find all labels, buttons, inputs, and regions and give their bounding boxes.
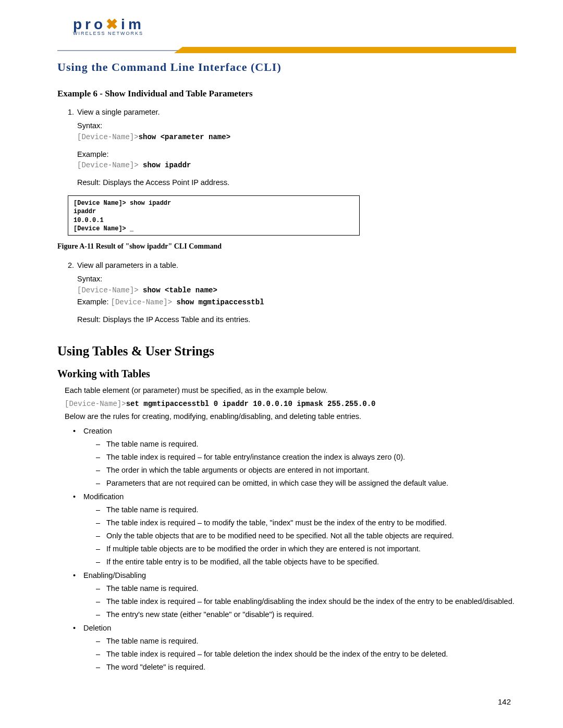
rule-item: The table index is required – for table … [96, 452, 516, 463]
cli-output-box: [Device Name]> show ipaddr ipaddr 10.0.0… [68, 195, 360, 236]
header: pro✖im WIRELESS NETWORKS [57, 16, 516, 47]
item-text: View a single parameter. [77, 106, 160, 118]
rule-item: The table index is required – for table … [96, 596, 516, 607]
paragraph: Each table element (or parameter) must b… [65, 385, 516, 397]
rule-group-title: Deletion [83, 624, 111, 632]
section-heading: Using Tables & User Strings [57, 344, 516, 359]
rule-item: The table index is required – to modify … [96, 517, 516, 528]
rule-group: CreationThe table name is required.The t… [73, 426, 516, 489]
logo: pro✖im WIRELESS NETWORKS [73, 16, 144, 36]
rule-group-title: Enabling/Disabling [83, 571, 146, 579]
item-number: 1. [68, 106, 77, 118]
rule-item: The word "delete" is required. [96, 662, 516, 673]
cli-command: set mgmtipaccesstbl 0 ipaddr 10.0.0.10 i… [126, 400, 376, 408]
page-number: 142 [498, 697, 511, 706]
cli-prompt: [Device-Name]> [111, 298, 176, 306]
example-label: Example: [77, 298, 108, 306]
syntax-label: Syntax: [77, 120, 516, 131]
rule-item: Only the table objects that are to be mo… [96, 530, 516, 541]
item-number: 2. [68, 260, 77, 271]
cli-prompt: [Device-Name]> [77, 161, 143, 169]
cli-command: show <parameter name> [139, 133, 230, 141]
rule-items: The table name is required.The table ind… [96, 636, 516, 673]
cli-command: show ipaddr [143, 161, 191, 169]
rule-item: Parameters that are not required can be … [96, 478, 516, 489]
rule-item: If multiple table objects are to be modi… [96, 544, 516, 554]
rules-list: CreationThe table name is required.The t… [73, 426, 516, 673]
logo-subtitle: WIRELESS NETWORKS [73, 31, 143, 36]
syntax-label: Syntax: [77, 273, 516, 285]
cli-command: show <table name> [143, 286, 217, 294]
logo-x-icon: ✖ [106, 16, 121, 32]
cli-prompt: [Device-Name]> [77, 133, 139, 141]
cli-prompt: [Device-Name]> [65, 400, 126, 408]
header-rule [57, 47, 516, 54]
list-item: 2. View all parameters in a table. [68, 260, 516, 271]
chapter-title: Using the Command Line Interface (CLI) [57, 60, 516, 74]
rule-item: The entry's new state (either "enable" o… [96, 609, 516, 620]
result-text: Result: Displays the IP Access Table and… [77, 314, 516, 325]
rule-item: The table name is required. [96, 636, 516, 647]
cli-line: [Device Name]> _ [74, 225, 354, 233]
subsection-heading: Working with Tables [57, 368, 516, 380]
rule-items: The table name is required.The table ind… [96, 439, 516, 489]
rule-group: ModificationThe table name is required.T… [73, 491, 516, 567]
cli-line: ipaddr [74, 207, 354, 216]
cli-command: show mgmtipaccesstbl [177, 298, 264, 306]
cli-line: [Device Name]> show ipaddr [74, 199, 354, 207]
rule-item: If the entire table entry is to be modif… [96, 557, 516, 567]
logo-post: im [121, 16, 144, 32]
example-label: Example: [77, 149, 516, 160]
result-text: Result: Displays the Access Point IP add… [77, 177, 516, 188]
page: pro✖im WIRELESS NETWORKS Using the Comma… [0, 0, 563, 728]
figure-caption: Figure A-11 Result of "show ipaddr" CLI … [57, 241, 516, 252]
item-text: View all parameters in a table. [77, 260, 178, 271]
list-item: 1. View a single parameter. [68, 106, 516, 118]
logo-pre: pro [73, 16, 106, 32]
rule-items: The table name is required.The table ind… [96, 504, 516, 567]
rule-group-title: Creation [83, 427, 112, 435]
rule-items: The table name is required.The table ind… [96, 583, 516, 620]
rule-item: The table index is required – for table … [96, 649, 516, 660]
paragraph: Below are the rules for creating, modify… [65, 411, 516, 423]
rule-item: The table name is required. [96, 583, 516, 594]
rule-group-title: Modification [83, 492, 124, 501]
cli-prompt: [Device-Name]> [77, 286, 143, 294]
rule-item: The table name is required. [96, 504, 516, 515]
rule-item: The order in which the table arguments o… [96, 465, 516, 476]
example6-heading: Example 6 - Show Individual and Table Pa… [57, 89, 516, 99]
rule-group: Enabling/DisablingThe table name is requ… [73, 570, 516, 620]
cli-line: 10.0.0.1 [74, 216, 354, 225]
rule-group: DeletionThe table name is required.The t… [73, 623, 516, 673]
rule-item: The table name is required. [96, 439, 516, 450]
